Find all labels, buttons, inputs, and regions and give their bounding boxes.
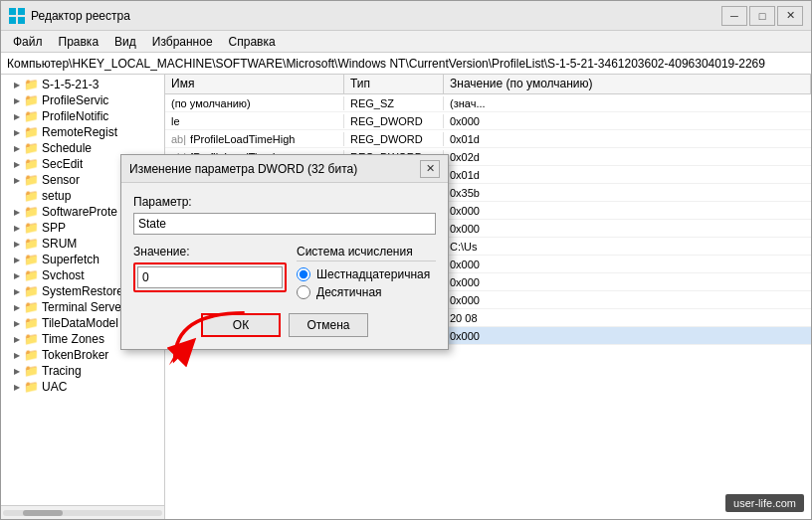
- tree-label: SystemRestore: [42, 284, 123, 298]
- radio-dec-label: Десятичная: [316, 285, 382, 299]
- values-header: Имя Тип Значение (по умолчанию): [165, 75, 811, 94]
- minimize-button[interactable]: ─: [721, 6, 747, 26]
- tree-expand-arrow: ▶: [11, 269, 23, 281]
- folder-icon: 📁: [23, 348, 39, 362]
- folder-icon: 📁: [23, 380, 39, 394]
- col-header-type: Тип: [344, 75, 444, 93]
- value-type: REG_SZ: [344, 96, 444, 110]
- close-button[interactable]: ✕: [777, 6, 803, 26]
- folder-icon: 📁: [23, 237, 39, 251]
- tree-label: ProfileServic: [42, 93, 108, 107]
- value-input-wrapper: [133, 262, 287, 292]
- folder-icon: 📁: [23, 284, 39, 298]
- tree-item-uac[interactable]: ▶ 📁 UAC: [1, 379, 164, 395]
- tree-label: TokenBroker: [42, 348, 108, 362]
- menu-file[interactable]: Файл: [5, 33, 51, 51]
- tree-expand-arrow: ▶: [11, 301, 23, 313]
- title-bar: Редактор реестра ─ □ ✕: [1, 1, 811, 31]
- folder-icon: 📁: [23, 253, 39, 266]
- dialog-content: Параметр: Значение: Система исчисления: [121, 183, 448, 349]
- radio-dec-item[interactable]: Десятичная: [297, 285, 436, 299]
- menu-view[interactable]: Вид: [106, 33, 144, 51]
- param-label: Параметр:: [133, 195, 436, 209]
- folder-icon: 📁: [23, 173, 39, 187]
- value-name: ab| fProfileLoadTimeHigh: [165, 132, 344, 146]
- window-controls: ─ □ ✕: [721, 6, 803, 26]
- tree-expand-arrow: ▶: [11, 333, 23, 345]
- watermark: user-life.com: [725, 494, 804, 512]
- tree-label: Schedule: [42, 141, 92, 155]
- folder-icon: 📁: [23, 316, 39, 330]
- tree-scrollbar[interactable]: [1, 505, 164, 519]
- svg-rect-2: [9, 17, 16, 24]
- svg-rect-3: [18, 17, 25, 24]
- folder-icon: 📁: [23, 141, 39, 155]
- radio-hex-item[interactable]: Шестнадцатеричная: [297, 267, 436, 281]
- tree-label: Tracing: [42, 364, 82, 378]
- radio-hex-input[interactable]: [297, 267, 310, 281]
- folder-icon: 📁: [23, 268, 39, 282]
- param-input[interactable]: [133, 213, 436, 235]
- value-data: 0x000: [444, 293, 811, 307]
- dialog-close-button[interactable]: ✕: [420, 160, 440, 178]
- value-data: 0x35b: [444, 186, 811, 200]
- menu-help[interactable]: Справка: [221, 33, 284, 51]
- menu-edit[interactable]: Правка: [51, 33, 107, 51]
- radio-dec-input[interactable]: [297, 285, 310, 299]
- address-text: Компьютер\HKEY_LOCAL_MACHINE\SOFTWARE\Mi…: [7, 57, 765, 71]
- scrollbar-track: [3, 510, 162, 516]
- dialog-buttons: ОК Отмена: [133, 313, 436, 341]
- dialog-title-bar: Изменение параметра DWORD (32 бита) ✕: [121, 155, 448, 183]
- tree-expand-arrow: ▶: [11, 110, 23, 122]
- value-data: 0x02d: [444, 150, 811, 164]
- folder-icon: 📁: [23, 189, 39, 203]
- folder-icon: 📁: [23, 205, 39, 219]
- tree-item-remoteregist[interactable]: ▶ 📁 RemoteRegist: [1, 124, 164, 140]
- tree-label: TileDataModel: [42, 316, 118, 330]
- tree-label: SecEdit: [42, 157, 83, 171]
- tree-expand-arrow: [11, 190, 23, 202]
- value-row-2[interactable]: ab| fProfileLoadTimeHigh REG_DWORD 0x01d: [165, 130, 811, 148]
- tree-label: Superfetch: [42, 253, 100, 266]
- ok-button[interactable]: ОК: [201, 313, 281, 337]
- tree-item-s1521[interactable]: ▶ 📁 S-1-5-21-3: [1, 77, 164, 92]
- value-data: 0x000: [444, 258, 811, 271]
- main-window: Редактор реестра ─ □ ✕ Файл Правка Вид И…: [0, 0, 812, 520]
- tree-item-tracing[interactable]: ▶ 📁 Tracing: [1, 363, 164, 379]
- col-header-name: Имя: [165, 75, 344, 93]
- tree-item-profileservice[interactable]: ▶ 📁 ProfileServic: [1, 92, 164, 108]
- value-row-1[interactable]: le REG_DWORD 0x000: [165, 112, 811, 130]
- tree-expand-arrow: ▶: [11, 206, 23, 218]
- tree-label: Terminal Server: [42, 300, 125, 314]
- value-name: le: [165, 114, 344, 128]
- dialog-title: Изменение параметра DWORD (32 бита): [129, 162, 357, 176]
- tree-expand-arrow: ▶: [11, 158, 23, 170]
- folder-icon: 📁: [23, 332, 39, 346]
- svg-rect-1: [18, 8, 25, 15]
- tree-expand-arrow: ▶: [11, 365, 23, 377]
- value-input[interactable]: [137, 266, 283, 288]
- content-area: ▶ 📁 S-1-5-21-3 ▶ 📁 ProfileServic ▶ 📁 Pro…: [1, 75, 811, 519]
- tree-expand-arrow: ▶: [11, 94, 23, 106]
- value-data: 0x000: [444, 204, 811, 218]
- tree-expand-arrow: ▶: [11, 126, 23, 138]
- folder-icon: 📁: [23, 157, 39, 171]
- radio-hex-label: Шестнадцатеричная: [316, 267, 430, 281]
- folder-icon: 📁: [23, 109, 39, 123]
- tree-label: Sensor: [42, 173, 80, 187]
- value-data: 0x000: [444, 329, 811, 343]
- cancel-button[interactable]: Отмена: [289, 313, 368, 337]
- maximize-button[interactable]: □: [749, 6, 775, 26]
- value-row-default[interactable]: (по умолчанию) REG_SZ (знач...: [165, 94, 811, 112]
- tree-item-profilenotific[interactable]: ▶ 📁 ProfileNotific: [1, 108, 164, 124]
- value-data: 0x000: [444, 114, 811, 128]
- tree-label: Svchost: [42, 268, 85, 282]
- value-data: (знач...: [444, 96, 811, 110]
- menu-favorites[interactable]: Избранное: [144, 33, 221, 51]
- scrollbar-thumb: [23, 510, 63, 516]
- menu-bar: Файл Правка Вид Избранное Справка: [1, 31, 811, 53]
- numbase-section: Система исчисления Шестнадцатеричная Дес…: [297, 245, 436, 299]
- tree-expand-arrow: ▶: [11, 79, 23, 90]
- value-data: 20 08: [444, 311, 811, 325]
- tree-label: SPP: [42, 221, 66, 235]
